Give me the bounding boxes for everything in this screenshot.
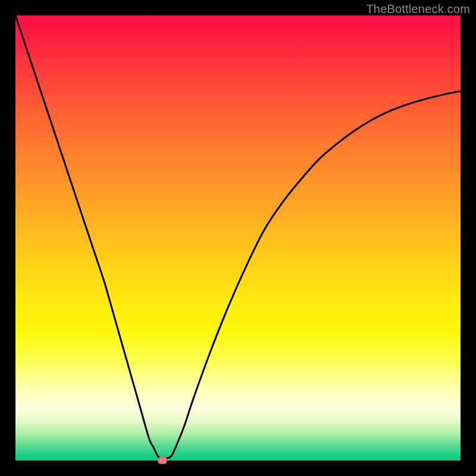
optimal-point-marker: [158, 457, 167, 464]
bottleneck-curve: [15, 15, 461, 461]
chart-frame: TheBottleneck.com: [0, 0, 476, 476]
watermark-text: TheBottleneck.com: [366, 2, 470, 16]
plot-area: [15, 15, 461, 461]
